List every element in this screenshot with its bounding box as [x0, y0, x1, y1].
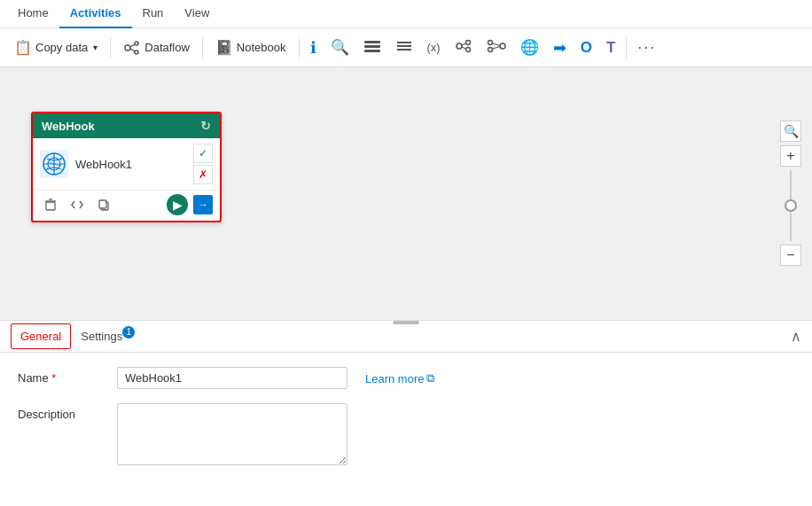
- node-body: WebHook1 ✓ ✗: [33, 138, 220, 190]
- more-button[interactable]: ···: [632, 35, 661, 60]
- svg-point-17: [488, 48, 492, 52]
- name-label: Name: [18, 367, 106, 385]
- tab-settings[interactable]: Settings 1: [71, 323, 132, 349]
- svg-point-12: [465, 41, 470, 45]
- toolbar: 📋 Copy data ▾ Dataflow 📓 Notebook ℹ 🔍 (x…: [0, 28, 812, 67]
- separator-2: [202, 37, 203, 58]
- description-row: Description: [18, 403, 794, 465]
- copy-data-button[interactable]: 📋 Copy data ▾: [7, 35, 105, 60]
- pipeline-button[interactable]: [358, 35, 386, 60]
- tab-run[interactable]: Run: [132, 0, 175, 28]
- list-button[interactable]: [390, 35, 418, 60]
- bottom-panel: General Settings 1 ∧ Name Learn more ⧉ D…: [0, 320, 812, 506]
- notebook-icon: 📓: [215, 39, 233, 57]
- settings-badge: 1: [122, 326, 135, 339]
- copy-data-icon: 📋: [14, 39, 32, 57]
- svg-rect-25: [46, 202, 55, 210]
- svg-point-11: [457, 43, 462, 49]
- outlook-icon: O: [581, 39, 592, 57]
- variable-button[interactable]: (x): [422, 37, 446, 58]
- notebook-label: Notebook: [237, 41, 286, 54]
- tab-activities[interactable]: Activities: [59, 0, 132, 28]
- learn-more-link[interactable]: Learn more ⧉: [365, 367, 434, 385]
- copy-data-label: Copy data: [35, 41, 88, 54]
- nav-tabs: Home Activities Run View: [0, 0, 812, 28]
- zoom-search-btn[interactable]: 🔍: [780, 121, 801, 142]
- svg-point-13: [465, 48, 470, 52]
- name-input[interactable]: [117, 367, 347, 389]
- node-title: WebHook: [42, 120, 95, 133]
- svg-point-0: [125, 45, 130, 51]
- merge-icon: [487, 38, 506, 57]
- svg-rect-6: [364, 45, 380, 48]
- svg-rect-29: [99, 200, 106, 208]
- node-success-btn[interactable]: ✓: [193, 144, 213, 163]
- split-icon: [455, 38, 472, 57]
- merge-button[interactable]: [481, 35, 511, 60]
- teams-icon: T: [606, 39, 615, 57]
- separator-3: [299, 37, 300, 58]
- search-icon: 🔍: [331, 38, 349, 57]
- svg-line-4: [130, 49, 135, 51]
- svg-rect-7: [364, 50, 380, 52]
- zoom-controls: 🔍 + −: [780, 121, 801, 266]
- split-button[interactable]: [449, 35, 478, 60]
- pipeline-icon: [363, 38, 381, 57]
- svg-point-16: [488, 41, 492, 45]
- zoom-in-btn[interactable]: +: [780, 145, 801, 167]
- bottom-panel-tabs: General Settings 1 ∧: [0, 321, 812, 353]
- globe-button[interactable]: 🌐: [515, 35, 544, 60]
- svg-line-14: [462, 43, 466, 45]
- svg-line-20: [492, 47, 500, 50]
- tab-general[interactable]: General: [11, 323, 71, 349]
- description-label: Description: [18, 403, 106, 421]
- list-icon: [395, 38, 413, 57]
- node-connect-btn[interactable]: →: [193, 195, 213, 214]
- external-link-icon: ⧉: [426, 371, 434, 385]
- separator-1: [110, 37, 111, 58]
- info-button[interactable]: ℹ: [305, 35, 322, 61]
- tab-view[interactable]: View: [174, 0, 220, 28]
- node-bottom-actions: ▶ →: [33, 190, 220, 221]
- separator-4: [626, 37, 627, 58]
- svg-line-3: [130, 44, 135, 47]
- outlook-button[interactable]: O: [575, 35, 597, 60]
- dataflow-button[interactable]: Dataflow: [116, 35, 197, 60]
- dataflow-icon: [123, 39, 141, 57]
- node-delete-btn[interactable]: [40, 194, 61, 215]
- notebook-button[interactable]: 📓 Notebook: [208, 35, 293, 60]
- canvas-area[interactable]: WebHook ↻ WebHook1: [0, 67, 812, 320]
- collapse-panel-btn[interactable]: ∧: [791, 328, 801, 345]
- zoom-slider[interactable]: [790, 170, 792, 241]
- info-icon: ℹ: [310, 38, 316, 58]
- node-header: WebHook ↻: [33, 113, 220, 138]
- svg-line-19: [492, 43, 500, 46]
- zoom-thumb[interactable]: [785, 199, 797, 212]
- name-row: Name Learn more ⧉: [18, 367, 794, 389]
- zoom-out-btn[interactable]: −: [780, 245, 801, 266]
- svg-rect-5: [364, 41, 380, 43]
- node-name: WebHook1: [75, 158, 186, 171]
- node-copy-btn[interactable]: [93, 194, 114, 215]
- svg-point-2: [135, 51, 138, 54]
- description-input[interactable]: [117, 403, 347, 465]
- bottom-panel-content: Name Learn more ⧉ Description: [0, 353, 812, 506]
- resize-handle[interactable]: [393, 321, 419, 324]
- webhook-node[interactable]: WebHook ↻ WebHook1: [31, 112, 222, 222]
- svg-point-18: [500, 43, 505, 49]
- node-type-icon: [40, 150, 68, 178]
- arrow-button[interactable]: ➡: [548, 35, 572, 61]
- svg-line-15: [462, 47, 466, 49]
- node-code-btn[interactable]: [66, 194, 88, 215]
- teams-button[interactable]: T: [601, 35, 621, 60]
- copy-data-chevron: ▾: [93, 43, 98, 52]
- svg-point-1: [135, 42, 138, 45]
- node-fail-btn[interactable]: ✗: [193, 165, 213, 184]
- tab-home[interactable]: Home: [7, 0, 59, 28]
- node-run-btn[interactable]: ▶: [167, 194, 188, 215]
- search-button[interactable]: 🔍: [325, 35, 355, 60]
- globe-icon: 🌐: [520, 38, 539, 57]
- arrow-icon: ➡: [553, 38, 566, 58]
- refresh-icon[interactable]: ↻: [200, 119, 211, 133]
- dataflow-label: Dataflow: [144, 41, 190, 54]
